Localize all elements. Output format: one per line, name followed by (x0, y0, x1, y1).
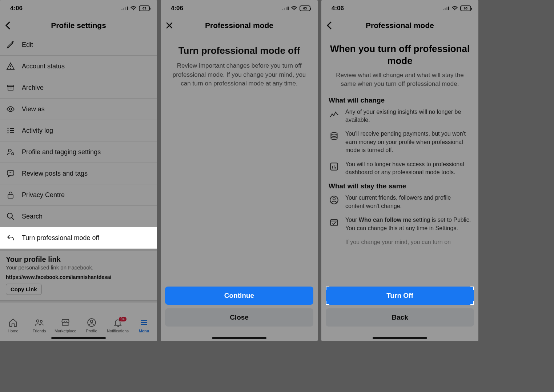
settings-row-activity-log[interactable]: Activity log (0, 120, 157, 141)
svg-point-30 (337, 114, 338, 115)
settings-row-turn-off-pro[interactable]: Turn professional mode off (0, 227, 157, 249)
home-indicator[interactable] (373, 337, 427, 339)
signal-icon (121, 7, 128, 10)
svg-point-3 (9, 108, 12, 110)
settings-list: Edit Account status Archive View as Acti… (0, 34, 157, 315)
row-label: Account status (22, 63, 65, 70)
status-indicators: 63 (121, 5, 150, 11)
change-item: You'll receive pending payments, but you… (329, 130, 471, 154)
settings-row-review-posts[interactable]: Review posts and tags (0, 163, 157, 184)
status-bar: 4:06 63 (161, 0, 318, 17)
copy-link-button[interactable]: Copy Link (6, 284, 42, 295)
status-bar: 4:06 63 (321, 0, 478, 17)
screen-profile-settings: 4:06 63 Profile settings Edit Account st… (0, 0, 157, 341)
svg-line-18 (12, 217, 14, 220)
change-heading: What will change (329, 96, 471, 104)
svg-point-26 (330, 116, 331, 117)
back-button[interactable] (326, 21, 332, 29)
tab-friends[interactable]: Friends (28, 317, 50, 333)
settings-row-view-as[interactable]: View as (0, 99, 157, 120)
same-text: Your current friends, followers and prof… (345, 194, 471, 210)
details-lead: Review what will change and what will st… (329, 71, 471, 88)
back-button-bottom[interactable]: Back (326, 308, 474, 327)
svg-point-13 (9, 172, 9, 173)
settings-row-profile-tagging[interactable]: Profile and tagging settings (0, 141, 157, 163)
modal-content: Turn professional mode off Review import… (161, 34, 318, 341)
wifi-icon (291, 6, 297, 11)
tab-home[interactable]: Home (2, 317, 24, 333)
speech-icon (6, 169, 15, 178)
warning-icon (6, 61, 15, 71)
change-text: You will no longer have access to profes… (345, 160, 471, 177)
row-label: Profile and tagging settings (22, 148, 101, 156)
status-time: 4:06 (332, 5, 344, 12)
pencil-icon (6, 40, 15, 49)
svg-rect-16 (8, 195, 13, 198)
battery-icon: 63 (300, 5, 310, 11)
same-item: Your current friends, followers and prof… (329, 194, 471, 210)
svg-point-5 (8, 130, 9, 131)
tab-menu[interactable]: Menu (133, 317, 155, 333)
row-label: Activity log (22, 127, 53, 135)
back-button[interactable] (5, 21, 10, 29)
close-button[interactable] (166, 22, 173, 29)
page-title: Professional mode (366, 21, 434, 30)
tab-label: Notifications (107, 329, 129, 333)
svg-rect-38 (330, 220, 338, 226)
tab-profile[interactable]: Profile (81, 317, 103, 333)
same-item: Your Who can follow me setting is set to… (329, 216, 471, 232)
wifi-icon (130, 6, 137, 11)
details-content: When you turn off professional mode Revi… (321, 34, 478, 341)
page-title: Professional mode (205, 21, 273, 30)
svg-point-28 (333, 115, 334, 116)
gear-person-icon (6, 147, 15, 157)
tab-marketplace[interactable]: Marketplace (55, 317, 76, 333)
page-title: Profile settings (51, 21, 106, 30)
settings-row-edit[interactable]: Edit (0, 34, 157, 56)
undo-icon (6, 233, 15, 243)
screen-turn-off-details: 4:06 63 Professional mode When you turn … (321, 0, 478, 341)
svg-point-6 (8, 132, 9, 133)
row-label: Archive (22, 84, 44, 92)
status-time: 4:06 (10, 5, 23, 12)
svg-point-20 (40, 320, 42, 322)
home-indicator[interactable] (212, 337, 266, 339)
row-label: Turn professional mode off (22, 234, 99, 242)
svg-point-31 (331, 133, 337, 135)
same-heading: What will stay the same (329, 182, 471, 190)
coins-icon (329, 131, 340, 141)
svg-point-19 (36, 320, 39, 322)
battery-icon: 63 (460, 5, 471, 11)
tab-label: Profile (86, 329, 97, 333)
settings-row-account-status[interactable]: Account status (0, 56, 157, 77)
screen-turn-off-intro: 4:06 63 Professional mode Turn professio… (161, 0, 318, 341)
svg-point-37 (333, 198, 336, 200)
archive-icon (6, 83, 15, 92)
same-text: Your Who can follow me setting is set to… (345, 216, 471, 232)
turn-off-button[interactable]: Turn Off (326, 287, 474, 305)
details-heading: When you turn off professional mode (329, 43, 471, 67)
list-icon (6, 126, 15, 135)
settings-row-search[interactable]: Search (0, 206, 157, 227)
change-text: You'll receive pending payments, but you… (345, 130, 471, 154)
change-text: Any of your existing insights will no lo… (345, 108, 471, 124)
continue-button[interactable]: Continue (165, 287, 313, 305)
cutoff-text: If you change your mind, you can turn on (345, 238, 471, 246)
status-time: 4:06 (171, 5, 183, 12)
status-indicators: 63 (282, 5, 310, 11)
tab-notifications[interactable]: 9+ Notifications (107, 317, 129, 333)
lock-icon (6, 190, 15, 200)
settings-row-archive[interactable]: Archive (0, 77, 157, 99)
settings-row-privacy[interactable]: Privacy Centre (0, 184, 157, 206)
svg-point-29 (335, 111, 336, 112)
market-icon (60, 317, 71, 328)
row-label: Edit (22, 41, 33, 49)
close-button-bottom[interactable]: Close (165, 308, 313, 327)
home-indicator[interactable] (51, 337, 106, 339)
row-label: Review posts and tags (22, 170, 88, 177)
wifi-icon (451, 6, 458, 11)
battery-icon: 63 (139, 5, 150, 11)
svg-point-4 (8, 128, 9, 129)
page-header: Professional mode (321, 17, 478, 34)
tab-label: Home (8, 329, 18, 333)
